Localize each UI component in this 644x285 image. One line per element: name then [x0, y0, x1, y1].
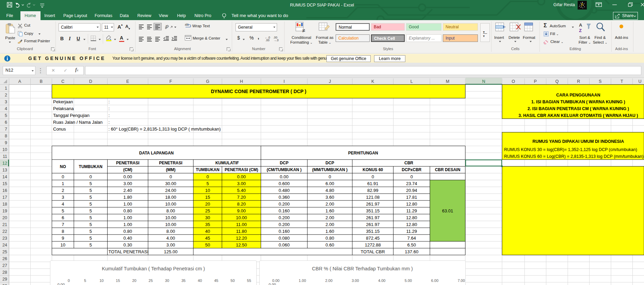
svg-text:8.20: 8.20 [237, 201, 246, 207]
svg-text:D: D [89, 79, 92, 84]
svg-text:3: 3 [5, 100, 7, 104]
svg-text:11.29: 11.29 [406, 229, 417, 234]
svg-text:9: 9 [62, 236, 64, 241]
svg-text:22: 22 [2, 229, 7, 234]
svg-text:K: K [371, 79, 374, 84]
svg-text:0: 0 [206, 174, 209, 179]
svg-text:0.00: 0.00 [280, 174, 288, 179]
svg-text:5: 5 [90, 201, 92, 207]
svg-text:TUMBUKAN: TUMBUKAN [79, 164, 102, 169]
svg-text:0: 0 [170, 174, 172, 179]
svg-text:24: 24 [2, 243, 7, 247]
svg-text:R: R [577, 79, 580, 84]
svg-text:8.00: 8.00 [166, 229, 175, 234]
svg-text:: 60° Log(CBR) = 2,8135-1,313: : 60° Log(CBR) = 2,8135-1,313 log DCP ( … [109, 126, 221, 132]
svg-text:U: U [638, 79, 641, 84]
svg-text:0: 0 [372, 174, 374, 179]
svg-text:0.600: 0.600 [278, 181, 290, 186]
svg-text:ab: ab [165, 24, 170, 29]
svg-text:351.15: 351.15 [366, 229, 380, 234]
svg-text:30.00: 30.00 [165, 181, 176, 186]
svg-text:35: 35 [205, 222, 210, 227]
svg-text:45: 45 [205, 236, 210, 241]
svg-text:4: 4 [5, 106, 7, 111]
svg-text:0.00: 0.00 [237, 174, 246, 179]
svg-text:2.00: 2.00 [325, 222, 334, 227]
svg-text:J: J [329, 79, 331, 84]
svg-text:25: 25 [205, 208, 210, 213]
svg-text:5: 5 [90, 236, 92, 241]
svg-text:0.160: 0.160 [278, 208, 290, 213]
svg-text:RUMUS YANG DIPAKAI UMUM DI IND: RUMUS YANG DIPAKAI UMUM DI INDONESIA [532, 139, 624, 144]
svg-text:10: 10 [205, 188, 210, 193]
svg-text:Conus: Conus [53, 126, 66, 132]
svg-text:A: A [579, 22, 582, 28]
svg-text:11.29: 11.29 [406, 208, 417, 213]
svg-text:261.97: 261.97 [366, 215, 380, 220]
svg-text:23: 23 [2, 236, 7, 241]
svg-text:29: 29 [2, 277, 7, 282]
svg-text:4: 4 [62, 201, 64, 207]
svg-text:CBR DESAIN: CBR DESAIN [435, 167, 461, 172]
svg-text:12.80: 12.80 [406, 215, 417, 220]
svg-text:0.360: 0.360 [278, 195, 290, 200]
svg-text:I: I [284, 79, 285, 84]
svg-text:6: 6 [62, 215, 64, 220]
svg-text:16: 16 [2, 188, 7, 193]
svg-text:0: 0 [328, 174, 331, 179]
svg-text:8: 8 [62, 229, 64, 234]
svg-text::: : [109, 106, 110, 111]
svg-text:0.80: 0.80 [124, 208, 132, 213]
svg-text:5: 5 [90, 208, 92, 213]
svg-text:(MM): (MM) [166, 167, 176, 172]
svg-text:0.200: 0.200 [278, 222, 290, 227]
svg-text:0.30: 0.30 [124, 242, 132, 247]
svg-text:1.80: 1.80 [124, 195, 132, 200]
svg-text:61.91: 61.91 [367, 181, 379, 186]
svg-text:0: 0 [62, 174, 64, 179]
svg-text:2: 2 [62, 188, 64, 193]
svg-text:10: 10 [2, 147, 7, 152]
svg-text:11.00: 11.00 [236, 222, 247, 227]
svg-text:28: 28 [2, 270, 7, 275]
svg-text:(CM/TUMBUKAN ): (CM/TUMBUKAN ) [267, 167, 302, 172]
svg-text:4.00: 4.00 [166, 236, 175, 241]
svg-text:0.00: 0.00 [124, 174, 132, 179]
svg-text:Pekerjaan: Pekerjaan [53, 99, 73, 104]
svg-text:DATA LAPANGAN: DATA LAPANGAN [139, 151, 174, 155]
svg-text:40: 40 [205, 229, 210, 234]
svg-text:TOTAL CBR: TOTAL CBR [361, 249, 385, 254]
svg-text:7: 7 [62, 222, 64, 227]
svg-text:17: 17 [2, 195, 7, 200]
svg-text:6: 6 [5, 120, 7, 125]
svg-text:10.00: 10.00 [165, 201, 176, 207]
svg-text:14: 14 [2, 175, 7, 179]
svg-text:5: 5 [90, 229, 92, 234]
svg-text:23.74: 23.74 [406, 181, 417, 186]
svg-text:RUMUS KONUS 30 = log(CBR)= 1,: RUMUS KONUS 30 = log(CBR)= 1,352-1,125 l… [504, 147, 637, 152]
svg-text:O: O [512, 79, 515, 84]
svg-text:27: 27 [2, 263, 7, 268]
svg-text:18: 18 [2, 202, 7, 207]
svg-text:0.40: 0.40 [124, 236, 132, 241]
svg-text:12.80: 12.80 [406, 201, 417, 207]
svg-text:10.00: 10.00 [165, 215, 176, 220]
svg-text:M: M [446, 79, 449, 84]
svg-text:5: 5 [5, 113, 7, 118]
svg-text:13: 13 [2, 168, 7, 172]
svg-text:25: 25 [2, 250, 7, 254]
svg-text:TOTAL PENETRASI: TOTAL PENETRASI [109, 249, 149, 254]
svg-text:PERHITUNGAN: PERHITUNGAN [348, 151, 378, 155]
svg-text:5: 5 [206, 181, 209, 186]
svg-text:8.00: 8.00 [166, 208, 175, 213]
svg-text:872.45: 872.45 [366, 236, 380, 241]
svg-text:63.01: 63.01 [442, 208, 453, 213]
svg-text:N: N [482, 79, 485, 84]
svg-text:0: 0 [410, 174, 413, 179]
svg-text:12.80: 12.80 [406, 222, 417, 227]
svg-text:4.80: 4.80 [325, 188, 334, 193]
svg-text:1272.88: 1272.88 [365, 242, 381, 247]
svg-text:8: 8 [5, 134, 7, 138]
svg-text:121.08: 121.08 [366, 195, 380, 200]
svg-text:351.15: 351.15 [366, 208, 380, 213]
